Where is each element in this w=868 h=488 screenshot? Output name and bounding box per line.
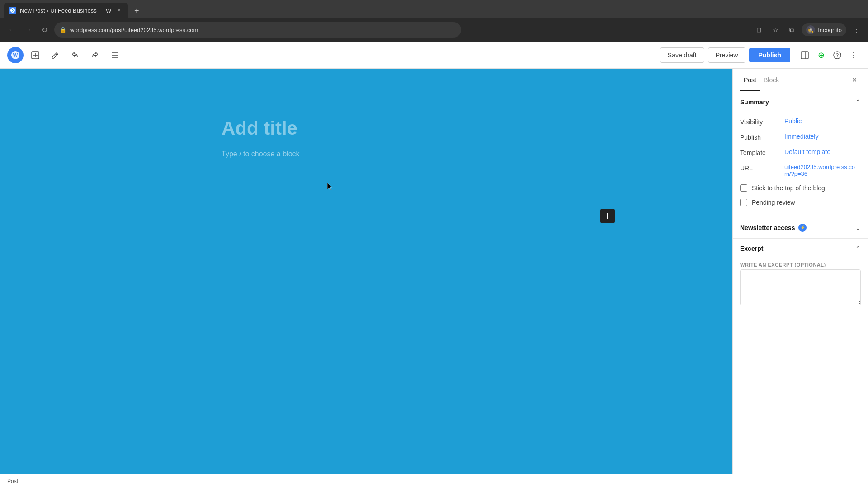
split-view-icon[interactable]: ⧉ <box>785 23 798 36</box>
editor-container: Type / to choose a block Post Block × <box>0 69 868 474</box>
pending-review-label: Pending review <box>752 199 795 206</box>
post-title-input[interactable] <box>222 117 511 139</box>
block-placeholder: Type / to choose a block <box>222 150 511 158</box>
summary-section-title: Summary <box>740 99 855 106</box>
url-row: URL uifeed20235.wordpre ss.com/?p=36 <box>740 160 861 181</box>
new-tab-button[interactable]: + <box>129 4 144 18</box>
stick-to-top-row: Stick to the top of the blog <box>740 181 861 195</box>
wordpress-app: W Save draft Preview Publish <box>0 42 868 488</box>
sidebar: Post Block × Summary ⌃ Visibility Public <box>732 69 868 474</box>
editor-toolbar: W Save draft Preview Publish <box>0 42 868 69</box>
jetpack-icon[interactable]: ⊕ <box>814 48 828 62</box>
wp-logo[interactable]: W <box>7 47 24 63</box>
svg-line-5 <box>56 54 57 55</box>
undo-button[interactable] <box>67 47 83 63</box>
summary-toggle-icon: ⌃ <box>855 99 861 106</box>
newsletter-section-title: Newsletter access ⚡ <box>740 224 855 232</box>
save-draft-button[interactable]: Save draft <box>660 47 704 63</box>
cast-icon[interactable]: ⊡ <box>753 23 765 36</box>
publish-value[interactable]: Immediately <box>784 133 818 140</box>
publish-label: Publish <box>740 133 781 141</box>
excerpt-section: Excerpt ⌃ WRITE AN EXCERPT (OPTIONAL) <box>733 239 868 313</box>
redo-button[interactable] <box>87 47 103 63</box>
browser-more-button[interactable]: ⋮ <box>850 23 863 36</box>
summary-section-content: Visibility Public Publish Immediately Te… <box>733 112 868 217</box>
status-bar-text: Post <box>7 478 18 484</box>
excerpt-section-header[interactable]: Excerpt ⌃ <box>733 239 868 258</box>
incognito-icon: 🕵 <box>806 25 815 34</box>
refresh-button[interactable]: ↻ <box>38 23 51 36</box>
tab-block[interactable]: Block <box>760 70 783 91</box>
active-tab[interactable]: New Post ‹ UI Feed Business — W × <box>4 3 128 18</box>
excerpt-label: WRITE AN EXCERPT (OPTIONAL) <box>733 258 868 269</box>
address-bar-row: ← → ↻ 🔒 wordpress.com/post/uifeed20235.w… <box>0 18 868 42</box>
edit-button[interactable] <box>47 47 63 63</box>
list-view-button[interactable] <box>107 47 123 63</box>
lock-icon: 🔒 <box>60 27 66 33</box>
sidebar-header: Post Block × <box>733 69 868 92</box>
template-value[interactable]: Default template <box>784 148 830 155</box>
newsletter-section: Newsletter access ⚡ ⌄ <box>733 217 868 239</box>
pending-review-checkbox[interactable] <box>740 199 747 206</box>
panel-toggle-button[interactable] <box>797 48 812 62</box>
tab-favicon <box>9 7 16 14</box>
help-button[interactable]: ? <box>830 48 844 62</box>
tab-title: New Post ‹ UI Feed Business — W <box>20 7 111 14</box>
publish-button[interactable]: Publish <box>749 48 790 62</box>
inline-add-block-button[interactable] <box>600 209 615 223</box>
toolbar-right-icons: ⊕ ? ⋮ <box>797 48 861 62</box>
back-button[interactable]: ← <box>5 23 18 36</box>
add-block-toolbar-button[interactable] <box>27 47 43 63</box>
tab-close-button[interactable]: × <box>115 6 123 14</box>
excerpt-section-title: Excerpt <box>740 245 855 252</box>
excerpt-textarea[interactable] <box>740 269 861 305</box>
stick-to-top-label: Stick to the top of the blog <box>752 184 825 192</box>
stick-to-top-checkbox[interactable] <box>740 184 747 192</box>
status-bar: Post <box>0 474 868 488</box>
svg-rect-9 <box>801 52 808 59</box>
pending-review-row: Pending review <box>740 195 861 210</box>
publish-row: Publish Immediately <box>740 129 861 145</box>
newsletter-section-header[interactable]: Newsletter access ⚡ ⌄ <box>733 217 868 238</box>
tab-post[interactable]: Post <box>740 70 760 91</box>
visibility-label: Visibility <box>740 117 781 126</box>
incognito-badge: 🕵 Incognito <box>802 23 846 36</box>
visibility-value[interactable]: Public <box>784 117 802 125</box>
tab-bar: New Post ‹ UI Feed Business — W × + <box>0 0 868 18</box>
template-row: Template Default template <box>740 145 861 160</box>
sidebar-close-button[interactable]: × <box>848 74 861 87</box>
excerpt-toggle-icon: ⌃ <box>855 245 861 252</box>
visibility-row: Visibility Public <box>740 114 861 129</box>
incognito-label: Incognito <box>818 27 842 33</box>
browser-window: New Post ‹ UI Feed Business — W × + ← → … <box>0 0 868 488</box>
editor-area[interactable]: Type / to choose a block <box>0 69 732 474</box>
url-value[interactable]: uifeed20235.wordpre ss.com/?p=36 <box>784 164 861 177</box>
bookmark-icon[interactable]: ☆ <box>769 23 782 36</box>
template-label: Template <box>740 148 781 156</box>
more-options-button[interactable]: ⋮ <box>846 48 861 62</box>
newsletter-bolt-icon: ⚡ <box>798 224 807 232</box>
svg-text:W: W <box>13 52 18 58</box>
summary-section-header[interactable]: Summary ⌃ <box>733 92 868 112</box>
svg-text:?: ? <box>836 52 839 58</box>
summary-section: Summary ⌃ Visibility Public Publish Imme… <box>733 92 868 217</box>
forward-button[interactable]: → <box>22 23 34 36</box>
newsletter-toggle-icon: ⌄ <box>855 224 861 231</box>
browser-actions: ⊡ ☆ ⧉ 🕵 Incognito ⋮ <box>753 23 863 36</box>
url-text: wordpress.com/post/uifeed20235.wordpress… <box>70 27 198 33</box>
newsletter-title-text: Newsletter access <box>740 224 795 231</box>
preview-button[interactable]: Preview <box>708 47 746 63</box>
block-placeholder-text: Type / to choose a block <box>222 150 300 158</box>
url-label: URL <box>740 164 781 172</box>
editor-inner: Type / to choose a block <box>203 69 529 185</box>
address-bar[interactable]: 🔒 wordpress.com/post/uifeed20235.wordpre… <box>54 22 461 38</box>
